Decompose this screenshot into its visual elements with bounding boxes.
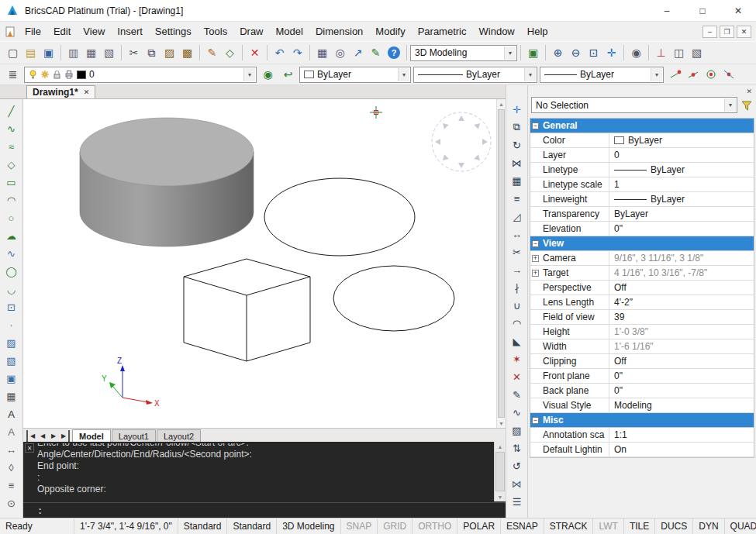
lineweight-select[interactable]: ByLayer ▾ bbox=[540, 67, 664, 83]
look-from-icon[interactable]: ◉ bbox=[627, 44, 645, 62]
property-value[interactable]: 0" bbox=[609, 384, 754, 398]
3d-polyline-icon[interactable]: ≈ bbox=[3, 138, 20, 155]
combo-arrow-icon[interactable]: ▾ bbox=[651, 68, 662, 81]
menu-settings[interactable]: Settings bbox=[149, 22, 198, 40]
window-minimize-button[interactable]: – bbox=[649, 0, 685, 21]
layout-tab-layout2[interactable]: Layout2 bbox=[157, 429, 201, 442]
combo-arrow-icon[interactable]: ▾ bbox=[724, 98, 736, 112]
menu-draw[interactable]: Draw bbox=[233, 22, 269, 40]
toggle-snap[interactable]: SNAP bbox=[341, 518, 378, 534]
toggle-lwt[interactable]: LWT bbox=[593, 518, 623, 534]
section-header-view[interactable]: −View bbox=[530, 236, 754, 251]
extend-icon[interactable]: → bbox=[509, 261, 526, 278]
edit-polyline-icon[interactable]: ✎ bbox=[509, 386, 526, 403]
property-value[interactable]: Modeling bbox=[609, 398, 754, 412]
edit-spline-icon[interactable]: ∿ bbox=[509, 404, 526, 421]
menu-view[interactable]: View bbox=[77, 22, 111, 40]
array-icon[interactable]: ▦ bbox=[509, 172, 526, 189]
publish-icon[interactable]: ▧ bbox=[100, 44, 118, 62]
layers-dialog-icon[interactable]: ≣ bbox=[4, 66, 22, 84]
tab-nav-last-icon[interactable]: ▶ bbox=[59, 430, 70, 442]
property-value[interactable]: 1'-0 3/8" bbox=[609, 325, 754, 339]
scale-icon[interactable]: ◿ bbox=[509, 208, 526, 225]
stretch-icon[interactable]: ↔ bbox=[509, 226, 526, 243]
camera-icon[interactable]: ◫ bbox=[670, 44, 688, 62]
filter-icon[interactable] bbox=[740, 99, 753, 112]
ucs-icon[interactable]: ⊥ bbox=[652, 44, 670, 62]
menu-window[interactable]: Window bbox=[473, 22, 521, 40]
copy-icon[interactable]: ⧉ bbox=[143, 44, 161, 62]
property-value[interactable]: On bbox=[609, 443, 754, 456]
menu-insert[interactable]: Insert bbox=[111, 22, 149, 40]
status-dim-style[interactable]: Standard bbox=[227, 518, 277, 534]
document-close-icon[interactable]: ✕ bbox=[84, 88, 90, 96]
selection-select[interactable]: No Selection ▾ bbox=[531, 97, 737, 113]
save-file-icon[interactable]: ▣ bbox=[40, 44, 57, 62]
ellipse-arc-icon[interactable]: ◡ bbox=[3, 281, 20, 298]
cut-icon[interactable]: ✂ bbox=[125, 44, 143, 62]
mirror-icon[interactable]: ⋈ bbox=[509, 154, 526, 171]
properties-close-icon[interactable]: ✕ bbox=[746, 88, 752, 95]
workspace-select[interactable]: 3D Modeling ▾ bbox=[410, 45, 517, 61]
layout-tab-layout1[interactable]: Layout1 bbox=[112, 429, 156, 442]
mdi-restore-button[interactable]: ❐ bbox=[720, 26, 734, 38]
area-icon[interactable]: ◊ bbox=[3, 459, 20, 476]
command-line-panel[interactable]: ✕ Enter to use last point/Center/Follow/… bbox=[23, 442, 506, 518]
property-value[interactable]: 0" bbox=[609, 369, 754, 383]
property-value[interactable]: 4 1/16", 10 3/16", -7/8" bbox=[609, 266, 754, 280]
toggle-quad[interactable]: QUAD bbox=[725, 518, 756, 534]
mdi-close-button[interactable]: ✕ bbox=[737, 26, 751, 38]
rectangle-icon[interactable]: ▭ bbox=[3, 174, 20, 191]
menu-edit[interactable]: Edit bbox=[47, 22, 77, 40]
collapse-icon[interactable]: − bbox=[532, 417, 539, 424]
distance-icon[interactable]: ↔ bbox=[3, 441, 20, 458]
property-value[interactable]: 9/16", 3 11/16", 3 1/8" bbox=[609, 251, 754, 265]
window-maximize-button[interactable]: □ bbox=[685, 0, 720, 21]
insert-block-icon[interactable]: ⊡ bbox=[3, 298, 20, 315]
layer-previous-icon[interactable]: ↩ bbox=[279, 66, 297, 84]
print-icon[interactable]: ▦ bbox=[82, 44, 100, 62]
status-text-style[interactable]: Standard bbox=[178, 518, 228, 534]
collapse-icon[interactable]: − bbox=[532, 122, 539, 129]
polygon-icon[interactable]: ◇ bbox=[3, 156, 20, 173]
status-workspace[interactable]: 3D Modeling bbox=[277, 518, 340, 534]
property-value[interactable]: 1'-6 1/16" bbox=[609, 339, 754, 353]
toggle-ortho[interactable]: ORTHO bbox=[413, 518, 457, 534]
snap-center-icon[interactable] bbox=[702, 66, 720, 84]
expand-icon[interactable]: + bbox=[532, 255, 539, 262]
drawing-canvas[interactable]: Z X Y bbox=[23, 99, 496, 428]
combo-arrow-icon[interactable]: ▾ bbox=[524, 68, 536, 81]
table-draw-icon[interactable]: ▦ bbox=[3, 388, 20, 405]
property-value[interactable]: 1 bbox=[609, 177, 754, 191]
property-value[interactable]: 39 bbox=[609, 310, 754, 324]
combo-arrow-icon[interactable]: ▾ bbox=[243, 68, 255, 81]
revision-cloud-icon[interactable]: ☁ bbox=[3, 227, 20, 244]
entity-snaps-icon[interactable]: ◇ bbox=[221, 44, 239, 62]
command-input[interactable]: : bbox=[23, 502, 506, 518]
trim-icon[interactable]: ✂ bbox=[509, 243, 526, 260]
scrollbar-thumb[interactable] bbox=[495, 452, 505, 491]
ellipse-icon[interactable]: ◯ bbox=[3, 263, 20, 280]
menu-modify[interactable]: Modify bbox=[369, 22, 411, 40]
region-icon[interactable]: ▣ bbox=[3, 370, 20, 387]
text-icon[interactable]: A bbox=[3, 405, 20, 422]
drawing-area[interactable]: Z X Y bbox=[23, 99, 496, 428]
command-scrollbar[interactable]: ▲ ▼ bbox=[494, 442, 506, 501]
rotate-icon[interactable]: ↻ bbox=[509, 136, 526, 153]
tab-nav-prev-icon[interactable]: ◀ bbox=[37, 430, 48, 442]
menu-dimension[interactable]: Dimension bbox=[309, 22, 369, 40]
list-entity-icon[interactable]: ≡ bbox=[3, 477, 20, 494]
combo-arrow-icon[interactable]: ▾ bbox=[398, 68, 409, 81]
offset-icon[interactable]: ≡ bbox=[509, 190, 526, 207]
tab-nav-next-icon[interactable]: ▶ bbox=[48, 430, 59, 442]
snap-node-icon[interactable] bbox=[720, 66, 737, 84]
mtext-icon[interactable]: A bbox=[3, 423, 20, 440]
copy-entity-icon[interactable]: ⧉ bbox=[509, 119, 526, 136]
paste-icon[interactable]: ▨ bbox=[161, 44, 178, 62]
menu-help[interactable]: Help bbox=[521, 22, 554, 40]
toggle-esnap[interactable]: ESNAP bbox=[501, 518, 544, 534]
spline-icon[interactable]: ∿ bbox=[3, 245, 20, 262]
property-value[interactable]: Off bbox=[609, 281, 754, 295]
polyline-icon[interactable]: ∿ bbox=[3, 120, 20, 137]
property-value[interactable]: ByLayer bbox=[609, 163, 754, 177]
